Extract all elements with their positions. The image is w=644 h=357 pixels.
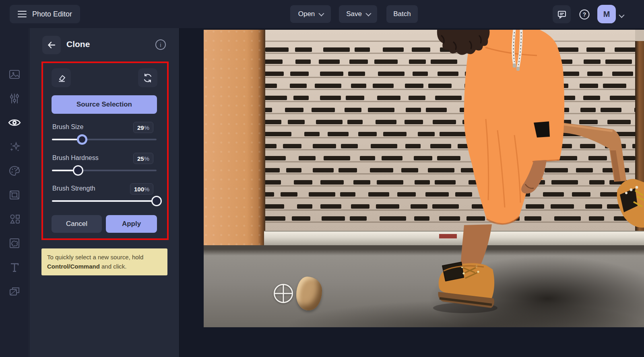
slider-knob[interactable] bbox=[73, 165, 83, 176]
sidebar-item-paint[interactable] bbox=[7, 164, 22, 178]
annotation-red-rectangle bbox=[41, 62, 169, 240]
palette-icon bbox=[8, 165, 21, 177]
source-selection-button[interactable]: Source Selection bbox=[52, 95, 157, 114]
feedback-button[interactable] bbox=[553, 5, 571, 23]
arrow-left-icon bbox=[47, 40, 56, 50]
refresh-icon bbox=[142, 73, 153, 83]
sidebar-item-effects[interactable] bbox=[7, 140, 22, 154]
sparkles-icon bbox=[8, 141, 21, 153]
image-icon bbox=[8, 68, 21, 80]
eraser-icon bbox=[56, 73, 66, 83]
brush-strength-value[interactable]: 100% bbox=[130, 183, 153, 195]
help-icon: ? bbox=[579, 9, 590, 20]
text-icon bbox=[8, 261, 21, 273]
reset-clone-button[interactable] bbox=[138, 68, 157, 87]
chevron-down-icon bbox=[365, 11, 371, 16]
shapes-icon bbox=[8, 213, 21, 225]
info-button[interactable]: i bbox=[155, 39, 166, 50]
brush-hardness-value[interactable]: 25% bbox=[133, 153, 153, 164]
brush-hardness-label: Brush Hardness bbox=[52, 154, 99, 162]
svg-text:?: ? bbox=[582, 11, 586, 18]
apply-button[interactable]: Apply bbox=[106, 215, 157, 233]
panel-title: Clone bbox=[66, 39, 90, 49]
back-button[interactable] bbox=[42, 36, 61, 54]
brush-hardness-slider[interactable] bbox=[52, 165, 157, 176]
save-button[interactable]: Save bbox=[339, 5, 377, 23]
sliders-icon bbox=[8, 92, 21, 105]
account-menu-chevron[interactable] bbox=[619, 12, 623, 19]
photo-canvas[interactable] bbox=[204, 30, 644, 327]
hint-tooltip: To quickly select a new source, hold Con… bbox=[41, 248, 167, 275]
top-bar: Photo Editor Open Save Batch ? bbox=[0, 0, 644, 28]
brush-strength-slider[interactable] bbox=[52, 196, 157, 206]
info-icon: i bbox=[160, 41, 161, 48]
photo-person bbox=[204, 30, 644, 327]
brush-size-value[interactable]: 29% bbox=[133, 122, 153, 133]
slider-knob[interactable] bbox=[77, 134, 87, 145]
brush-size-slider[interactable] bbox=[52, 134, 157, 145]
user-avatar[interactable]: M bbox=[597, 5, 616, 23]
sidebar-item-texture[interactable] bbox=[7, 236, 22, 250]
chevron-down-icon bbox=[619, 12, 624, 18]
sidebar-item-shapes[interactable] bbox=[7, 212, 22, 226]
sidebar-item-layers[interactable] bbox=[7, 284, 22, 299]
duplicate-layers-icon bbox=[8, 285, 21, 298]
brush-size-label: Brush Size bbox=[52, 123, 83, 131]
batch-button[interactable]: Batch bbox=[386, 5, 418, 23]
help-button[interactable]: ? bbox=[575, 5, 593, 23]
frame-icon bbox=[8, 189, 21, 201]
main-menu-button[interactable]: Photo Editor bbox=[10, 5, 80, 23]
eye-icon bbox=[8, 116, 21, 129]
sidebar-item-retouch-active[interactable] bbox=[7, 115, 22, 130]
clone-source-marker[interactable] bbox=[274, 284, 293, 303]
comment-icon bbox=[557, 10, 567, 19]
cancel-button[interactable]: Cancel bbox=[52, 215, 102, 233]
clone-panel: Clone i Source Selection Brush Size 29% bbox=[29, 28, 179, 357]
sidebar-item-frame[interactable] bbox=[7, 188, 22, 202]
app-title: Photo Editor bbox=[32, 10, 72, 18]
hamburger-icon bbox=[18, 9, 27, 19]
sidebar-item-text[interactable] bbox=[7, 260, 22, 275]
tool-rail bbox=[0, 28, 29, 357]
open-button[interactable]: Open bbox=[290, 5, 331, 23]
chevron-down-icon bbox=[319, 11, 324, 16]
photo-editor-app: Photo Editor Open Save Batch ? bbox=[0, 0, 644, 357]
texture-icon bbox=[8, 237, 21, 249]
sidebar-item-image[interactable] bbox=[7, 67, 22, 82]
brush-strength-label: Brush Strength bbox=[52, 185, 95, 192]
sidebar-item-adjust[interactable] bbox=[7, 91, 22, 106]
eraser-mode-button[interactable] bbox=[52, 68, 71, 87]
slider-knob[interactable] bbox=[151, 196, 162, 206]
canvas-area: 39% bbox=[179, 28, 644, 357]
